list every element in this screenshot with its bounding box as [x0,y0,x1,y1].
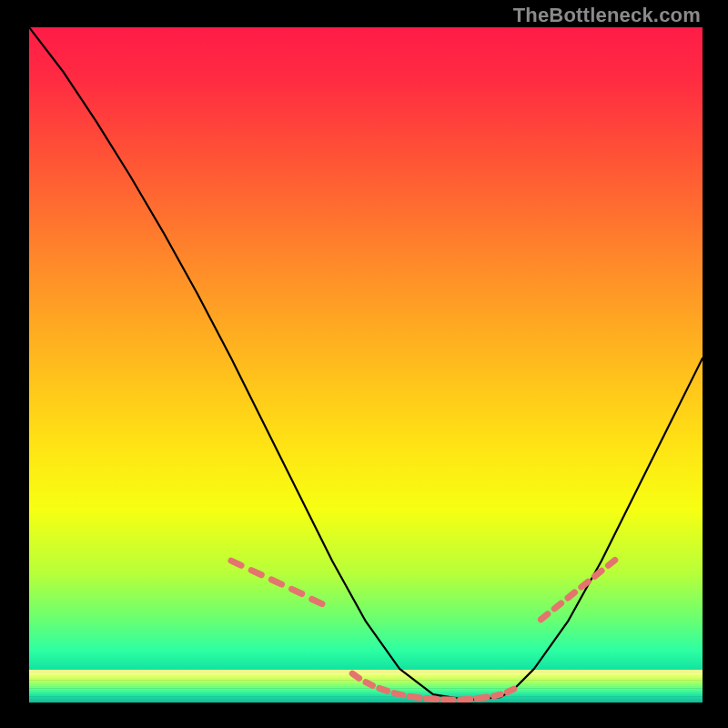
chart-dash-segment [477,697,487,698]
chart-dash-segment [292,589,302,593]
watermark-text: TheBottleneck.com [513,4,701,27]
chart-dash-segment [312,599,322,603]
chart-dash-segment [568,592,574,598]
chart-dash-segment [581,581,588,587]
chart-bottom-stripe [29,701,703,703]
chart-dash-segment [366,682,372,686]
chart-dash-segment [554,603,561,609]
chart-dash-segment [595,571,602,576]
chart-dash-segment [507,689,513,692]
chart-dash-segment [410,696,420,697]
chart-dash-segment [608,560,614,565]
chart-dash-segment [379,688,388,691]
chart-dash-segment [394,693,403,695]
chart-svg [29,27,703,703]
chart-dash-segment [460,699,470,700]
chart-plot-area [29,27,703,703]
chart-dash-segment [494,694,500,696]
chart-dash-segment [271,580,281,584]
chart-dash-segment [231,561,241,565]
chart-dash-segment [251,571,261,575]
chart-dash-segment [352,673,359,678]
chart-dash-segment [427,699,437,700]
chart-dash-segment [541,614,547,620]
